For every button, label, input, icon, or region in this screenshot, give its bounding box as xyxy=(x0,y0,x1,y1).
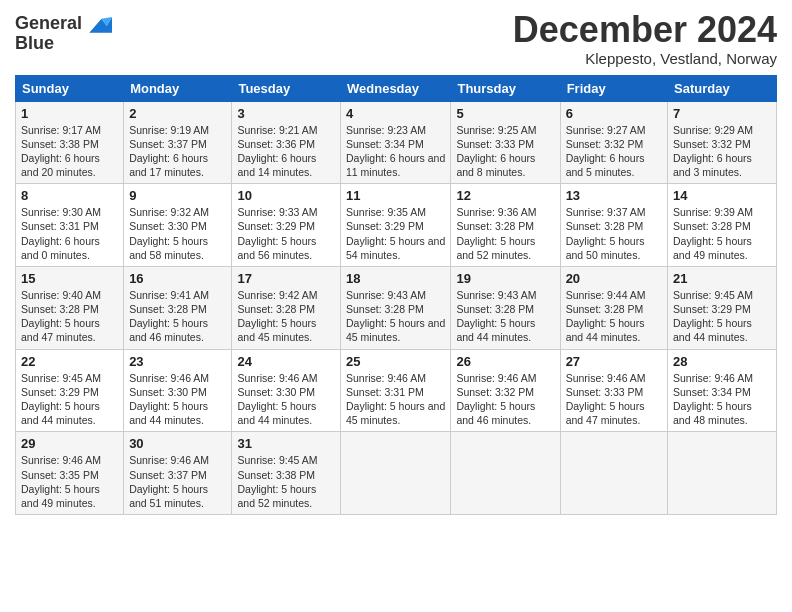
col-header-wednesday: Wednesday xyxy=(341,75,451,101)
day-number: 26 xyxy=(456,354,554,369)
logo-blue-text: Blue xyxy=(15,34,54,54)
day-number: 12 xyxy=(456,188,554,203)
day-info: Sunrise: 9:43 AMSunset: 3:28 PMDaylight:… xyxy=(346,289,445,344)
page-subtitle: Kleppesto, Vestland, Norway xyxy=(513,50,777,67)
day-number: 3 xyxy=(237,106,335,121)
day-info: Sunrise: 9:23 AMSunset: 3:34 PMDaylight:… xyxy=(346,124,445,179)
day-number: 15 xyxy=(21,271,118,286)
day-info: Sunrise: 9:46 AMSunset: 3:30 PMDaylight:… xyxy=(237,372,317,427)
day-cell: 25 Sunrise: 9:46 AMSunset: 3:31 PMDaylig… xyxy=(341,349,451,432)
day-info: Sunrise: 9:32 AMSunset: 3:30 PMDaylight:… xyxy=(129,206,209,261)
day-cell: 15 Sunrise: 9:40 AMSunset: 3:28 PMDaylig… xyxy=(16,266,124,349)
day-number: 8 xyxy=(21,188,118,203)
week-row-2: 8 Sunrise: 9:30 AMSunset: 3:31 PMDayligh… xyxy=(16,184,777,267)
day-cell: 28 Sunrise: 9:46 AMSunset: 3:34 PMDaylig… xyxy=(668,349,777,432)
col-header-monday: Monday xyxy=(124,75,232,101)
day-cell: 12 Sunrise: 9:36 AMSunset: 3:28 PMDaylig… xyxy=(451,184,560,267)
day-cell: 31 Sunrise: 9:45 AMSunset: 3:38 PMDaylig… xyxy=(232,432,341,515)
day-number: 22 xyxy=(21,354,118,369)
day-cell: 24 Sunrise: 9:46 AMSunset: 3:30 PMDaylig… xyxy=(232,349,341,432)
day-cell: 4 Sunrise: 9:23 AMSunset: 3:34 PMDayligh… xyxy=(341,101,451,184)
day-number: 11 xyxy=(346,188,445,203)
day-cell: 3 Sunrise: 9:21 AMSunset: 3:36 PMDayligh… xyxy=(232,101,341,184)
day-cell: 29 Sunrise: 9:46 AMSunset: 3:35 PMDaylig… xyxy=(16,432,124,515)
day-info: Sunrise: 9:21 AMSunset: 3:36 PMDaylight:… xyxy=(237,124,317,179)
day-cell: 7 Sunrise: 9:29 AMSunset: 3:32 PMDayligh… xyxy=(668,101,777,184)
day-cell: 19 Sunrise: 9:43 AMSunset: 3:28 PMDaylig… xyxy=(451,266,560,349)
week-row-4: 22 Sunrise: 9:45 AMSunset: 3:29 PMDaylig… xyxy=(16,349,777,432)
day-info: Sunrise: 9:36 AMSunset: 3:28 PMDaylight:… xyxy=(456,206,536,261)
day-cell: 11 Sunrise: 9:35 AMSunset: 3:29 PMDaylig… xyxy=(341,184,451,267)
day-info: Sunrise: 9:46 AMSunset: 3:35 PMDaylight:… xyxy=(21,454,101,509)
day-number: 4 xyxy=(346,106,445,121)
day-info: Sunrise: 9:25 AMSunset: 3:33 PMDaylight:… xyxy=(456,124,536,179)
day-info: Sunrise: 9:45 AMSunset: 3:29 PMDaylight:… xyxy=(673,289,753,344)
day-cell: 13 Sunrise: 9:37 AMSunset: 3:28 PMDaylig… xyxy=(560,184,667,267)
day-cell: 2 Sunrise: 9:19 AMSunset: 3:37 PMDayligh… xyxy=(124,101,232,184)
day-number: 29 xyxy=(21,436,118,451)
col-header-tuesday: Tuesday xyxy=(232,75,341,101)
day-number: 21 xyxy=(673,271,771,286)
day-cell: 8 Sunrise: 9:30 AMSunset: 3:31 PMDayligh… xyxy=(16,184,124,267)
day-cell xyxy=(341,432,451,515)
day-info: Sunrise: 9:46 AMSunset: 3:37 PMDaylight:… xyxy=(129,454,209,509)
calendar-header-row: SundayMondayTuesdayWednesdayThursdayFrid… xyxy=(16,75,777,101)
day-cell: 22 Sunrise: 9:45 AMSunset: 3:29 PMDaylig… xyxy=(16,349,124,432)
day-number: 31 xyxy=(237,436,335,451)
calendar-body: 1 Sunrise: 9:17 AMSunset: 3:38 PMDayligh… xyxy=(16,101,777,514)
day-number: 16 xyxy=(129,271,226,286)
day-cell: 21 Sunrise: 9:45 AMSunset: 3:29 PMDaylig… xyxy=(668,266,777,349)
day-info: Sunrise: 9:41 AMSunset: 3:28 PMDaylight:… xyxy=(129,289,209,344)
day-info: Sunrise: 9:45 AMSunset: 3:38 PMDaylight:… xyxy=(237,454,317,509)
day-info: Sunrise: 9:46 AMSunset: 3:33 PMDaylight:… xyxy=(566,372,646,427)
week-row-1: 1 Sunrise: 9:17 AMSunset: 3:38 PMDayligh… xyxy=(16,101,777,184)
day-number: 6 xyxy=(566,106,662,121)
page-title: December 2024 xyxy=(513,10,777,50)
day-cell: 5 Sunrise: 9:25 AMSunset: 3:33 PMDayligh… xyxy=(451,101,560,184)
day-number: 20 xyxy=(566,271,662,286)
day-number: 5 xyxy=(456,106,554,121)
page-container: General Blue December 2024 Kleppesto, Ve… xyxy=(0,0,792,525)
day-cell: 23 Sunrise: 9:46 AMSunset: 3:30 PMDaylig… xyxy=(124,349,232,432)
day-cell xyxy=(668,432,777,515)
day-number: 19 xyxy=(456,271,554,286)
calendar-table: SundayMondayTuesdayWednesdayThursdayFrid… xyxy=(15,75,777,515)
day-info: Sunrise: 9:46 AMSunset: 3:34 PMDaylight:… xyxy=(673,372,753,427)
day-number: 9 xyxy=(129,188,226,203)
day-number: 27 xyxy=(566,354,662,369)
day-number: 13 xyxy=(566,188,662,203)
col-header-thursday: Thursday xyxy=(451,75,560,101)
day-info: Sunrise: 9:27 AMSunset: 3:32 PMDaylight:… xyxy=(566,124,646,179)
day-number: 14 xyxy=(673,188,771,203)
day-number: 30 xyxy=(129,436,226,451)
day-info: Sunrise: 9:29 AMSunset: 3:32 PMDaylight:… xyxy=(673,124,753,179)
day-cell: 30 Sunrise: 9:46 AMSunset: 3:37 PMDaylig… xyxy=(124,432,232,515)
day-info: Sunrise: 9:17 AMSunset: 3:38 PMDaylight:… xyxy=(21,124,101,179)
day-info: Sunrise: 9:37 AMSunset: 3:28 PMDaylight:… xyxy=(566,206,646,261)
day-cell: 10 Sunrise: 9:33 AMSunset: 3:29 PMDaylig… xyxy=(232,184,341,267)
day-info: Sunrise: 9:35 AMSunset: 3:29 PMDaylight:… xyxy=(346,206,445,261)
logo: General Blue xyxy=(15,10,112,54)
day-cell: 1 Sunrise: 9:17 AMSunset: 3:38 PMDayligh… xyxy=(16,101,124,184)
col-header-friday: Friday xyxy=(560,75,667,101)
day-info: Sunrise: 9:46 AMSunset: 3:32 PMDaylight:… xyxy=(456,372,536,427)
day-cell: 26 Sunrise: 9:46 AMSunset: 3:32 PMDaylig… xyxy=(451,349,560,432)
day-info: Sunrise: 9:43 AMSunset: 3:28 PMDaylight:… xyxy=(456,289,536,344)
day-number: 18 xyxy=(346,271,445,286)
day-number: 25 xyxy=(346,354,445,369)
day-number: 28 xyxy=(673,354,771,369)
logo-text: General xyxy=(15,14,82,34)
day-info: Sunrise: 9:45 AMSunset: 3:29 PMDaylight:… xyxy=(21,372,101,427)
header: General Blue December 2024 Kleppesto, Ve… xyxy=(15,10,777,67)
title-block: December 2024 Kleppesto, Vestland, Norwa… xyxy=(513,10,777,67)
day-number: 23 xyxy=(129,354,226,369)
week-row-5: 29 Sunrise: 9:46 AMSunset: 3:35 PMDaylig… xyxy=(16,432,777,515)
col-header-saturday: Saturday xyxy=(668,75,777,101)
day-cell: 18 Sunrise: 9:43 AMSunset: 3:28 PMDaylig… xyxy=(341,266,451,349)
day-number: 2 xyxy=(129,106,226,121)
day-number: 7 xyxy=(673,106,771,121)
day-info: Sunrise: 9:40 AMSunset: 3:28 PMDaylight:… xyxy=(21,289,101,344)
day-info: Sunrise: 9:39 AMSunset: 3:28 PMDaylight:… xyxy=(673,206,753,261)
day-cell: 16 Sunrise: 9:41 AMSunset: 3:28 PMDaylig… xyxy=(124,266,232,349)
day-cell: 6 Sunrise: 9:27 AMSunset: 3:32 PMDayligh… xyxy=(560,101,667,184)
